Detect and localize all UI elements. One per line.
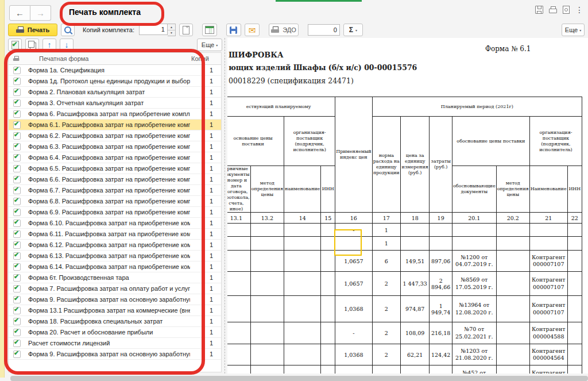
list-item-copies[interactable]: 1 (190, 187, 221, 194)
list-item-copies[interactable]: 1 (190, 99, 221, 106)
check-all-button[interactable] (8, 39, 22, 51)
list-item[interactable]: Форма 13.1 Расшифровка затрат на коммерч… (9, 305, 221, 316)
list-item-copies[interactable]: 1 (190, 154, 221, 161)
list-item-copies[interactable]: 1 (190, 351, 221, 357)
table-cell[interactable] (496, 224, 529, 237)
uncheck-all-button[interactable] (25, 39, 39, 51)
checkbox-checked[interactable] (13, 241, 21, 249)
list-item[interactable]: Форма 6.6. Расшифровка затрат на приобре… (9, 174, 221, 185)
table-cell[interactable]: 2 (372, 272, 400, 296)
checkbox-checked[interactable] (13, 285, 21, 293)
table-cell[interactable]: №1203 от 21.08.2020 г. (452, 344, 496, 365)
table-cell[interactable]: 1,0368 (335, 344, 372, 365)
table-cell[interactable] (496, 322, 529, 344)
table-cell[interactable] (496, 237, 529, 251)
list-item-copies[interactable]: 1 (190, 329, 221, 336)
checkbox-checked[interactable] (13, 187, 21, 194)
active-cell-cursor[interactable] (334, 229, 362, 256)
checkbox-checked[interactable] (13, 209, 21, 216)
list-item-copies[interactable]: 1 (190, 274, 221, 281)
edo-button[interactable]: ЭДО (269, 24, 299, 36)
table-cell[interactable] (321, 251, 335, 272)
list-item[interactable]: Форма 6. Расшифровка затрат на приобрете… (9, 109, 221, 120)
table-cell[interactable]: 216,18 (430, 322, 452, 344)
list-item-copies[interactable]: 1 (190, 121, 221, 128)
table-cell[interactable]: 897,06 (430, 251, 452, 272)
table-cell[interactable]: Контрагент000004588 (529, 322, 567, 344)
copies-spinner[interactable]: ▲▼ (168, 24, 176, 36)
table-cell[interactable] (321, 365, 335, 374)
panel-splitter[interactable] (225, 38, 225, 374)
list-item-copies[interactable]: 1 (190, 176, 221, 183)
window-more-button[interactable]: Еще ▾ (562, 24, 585, 36)
checkbox-checked[interactable] (13, 176, 21, 183)
table-cell[interactable] (321, 237, 335, 251)
checkbox-checked[interactable] (13, 132, 21, 140)
table-cell[interactable]: 1 (372, 365, 400, 374)
table-cell[interactable] (496, 365, 529, 374)
list-item[interactable]: Форма 18. Расшифровка специальных затрат… (9, 316, 221, 327)
table-cell[interactable]: Контрагент000007107 (529, 272, 567, 296)
table-cell[interactable]: №70 от 25.02.2021 г. (452, 322, 496, 344)
table-cell[interactable] (496, 344, 529, 365)
table-cell[interactable]: 974,87 (400, 296, 429, 322)
list-item[interactable]: Форма 6.1. Расшифровка затрат на приобре… (9, 120, 221, 130)
table-cell[interactable] (250, 296, 284, 322)
checkbox-checked[interactable] (13, 99, 21, 107)
table-cell[interactable] (284, 251, 321, 272)
table-cell[interactable]: 108,09 (400, 322, 429, 344)
checkbox-checked[interactable] (13, 252, 21, 260)
list-item[interactable]: Форма 6.8. Расшифровка затрат на приобре… (9, 196, 221, 207)
checkbox-checked[interactable] (13, 67, 21, 74)
table-cell[interactable]: 1,041 (335, 365, 372, 374)
preview-button[interactable] (61, 24, 75, 36)
list-item[interactable]: Форма 6.2. Расшифровка затрат на приобре… (9, 130, 221, 141)
table-cell[interactable] (567, 251, 582, 272)
table-cell[interactable] (250, 344, 284, 365)
list-item[interactable]: Форма 1д. Протокол цены единицы продукци… (9, 76, 221, 87)
list-item[interactable]: Форма 2. Плановая калькуляция затрат1 (9, 87, 221, 98)
table-cell[interactable] (529, 237, 567, 251)
table-cell[interactable]: 2 (372, 344, 400, 365)
list-item[interactable]: Форма 6.13. Расшифровка затрат на приобр… (9, 251, 221, 261)
back-button[interactable]: ← (9, 5, 30, 21)
table-cell[interactable] (284, 365, 321, 374)
list-item[interactable]: Форма 3. Отчетная калькуляция затрат1 (9, 98, 221, 109)
table-cell[interactable] (567, 344, 582, 365)
table-cell[interactable]: 1 (372, 237, 400, 251)
table-cell[interactable]: Контрагент000004564 (529, 344, 567, 365)
list-item[interactable]: Форма 6.11. Расшифровка затрат на приобр… (9, 229, 221, 240)
table-cell[interactable]: 1 949,74 (430, 296, 452, 322)
table-cell[interactable] (227, 322, 250, 344)
horizontal-scrollbar[interactable] (10, 376, 588, 381)
list-item[interactable]: Форма 6.12. Расшифровка затрат на приобр… (9, 240, 221, 251)
document-preview-pane[interactable]: Форма № 6.1 ШИФРОВКА ющих изделий Шкафы … (227, 38, 588, 374)
table-cell[interactable] (284, 322, 321, 344)
table-cell[interactable] (400, 224, 429, 237)
table-cell[interactable] (250, 272, 284, 296)
list-item[interactable]: Форма 6.7. Расшифровка затрат на приобре… (9, 185, 221, 196)
list-item-copies[interactable]: 1 (190, 220, 221, 226)
table-cell[interactable] (430, 237, 452, 251)
table-cell[interactable] (250, 251, 284, 272)
column-header-copies[interactable]: Копий (191, 55, 221, 62)
list-item[interactable]: Форма 9. Расшифровка затрат на основную … (9, 294, 221, 305)
list-item-copies[interactable]: 1 (190, 318, 221, 325)
table-cell[interactable]: 2 894,66 (430, 272, 452, 296)
table-cell[interactable]: 2 (372, 322, 400, 344)
table-cell[interactable]: 1 (372, 224, 400, 237)
list-more-button[interactable]: Еще ▾ (197, 39, 222, 51)
checkbox-checked[interactable] (13, 110, 21, 118)
table-cell[interactable]: 17,47 (400, 365, 429, 374)
table-cell[interactable]: 17,47 (430, 365, 452, 374)
table-cell[interactable] (250, 224, 284, 237)
table-cell[interactable]: 6 (372, 251, 400, 272)
sum-field[interactable]: 0 (308, 24, 340, 36)
table-cell[interactable] (452, 237, 496, 251)
table-cell[interactable] (567, 365, 582, 374)
spin-up-icon[interactable]: ▲ (168, 24, 175, 30)
list-item-copies[interactable]: 1 (190, 132, 221, 139)
table-cell[interactable] (496, 272, 529, 296)
copies-input[interactable]: 1 (139, 24, 168, 35)
checkbox-checked[interactable] (13, 154, 21, 161)
